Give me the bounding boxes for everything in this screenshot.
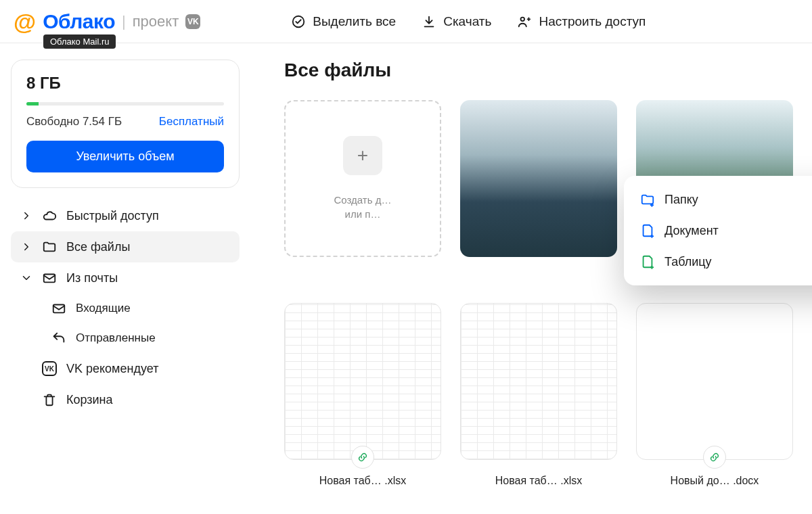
logo[interactable]: @ Облако | проект VK Облако Mail.ru bbox=[14, 10, 200, 33]
file-name: Новая таб… .xlsx bbox=[319, 475, 406, 487]
storage-total: 8 ГБ bbox=[26, 74, 224, 93]
storage-card: 8 ГБ Свободно 7.54 ГБ Бесплатный Увеличи… bbox=[11, 60, 240, 188]
nav-label: Из почты bbox=[66, 271, 118, 285]
menu-item-document[interactable]: Документ ⇧ T bbox=[628, 215, 812, 246]
nav-label: Отправленные bbox=[76, 331, 156, 345]
thumbnail-sheet bbox=[460, 303, 617, 460]
header-actions: Выделить все Скачать Настроить доступ bbox=[291, 14, 646, 29]
check-circle-icon bbox=[291, 14, 306, 29]
main-panel: Все файлы + Создать д… или п… Горное bbox=[250, 43, 812, 514]
download-button[interactable]: Скачать bbox=[422, 14, 491, 29]
download-icon bbox=[422, 14, 436, 29]
menu-label: Папку bbox=[664, 193, 698, 207]
create-menu: Папку ⇧ F Документ ⇧ T Таблицу ⇧ S bbox=[624, 176, 812, 285]
action-label: Настроить доступ bbox=[539, 14, 646, 29]
action-label: Скачать bbox=[443, 14, 491, 29]
logo-tooltip: Облако Mail.ru bbox=[43, 34, 116, 49]
sidebar-item-vkrec[interactable]: VK VK рекомендует bbox=[11, 353, 240, 384]
thumbnail-sheet bbox=[284, 303, 441, 460]
reply-icon bbox=[51, 331, 66, 346]
chevron-right-icon bbox=[20, 241, 32, 253]
hint-line1: Создать д… bbox=[334, 194, 392, 206]
svg-rect-2 bbox=[44, 275, 55, 283]
logo-at-icon: @ bbox=[14, 10, 36, 33]
folder-plus-icon bbox=[640, 192, 655, 207]
folder-icon bbox=[42, 239, 57, 254]
create-tile[interactable]: + Создать д… или п… bbox=[284, 100, 441, 284]
file-grid: + Создать д… или п… Горное озе… .jpg bbox=[284, 100, 798, 487]
file-name: Новая таб… .xlsx bbox=[495, 475, 582, 487]
menu-item-sheet[interactable]: Таблицу ⇧ S bbox=[628, 246, 812, 277]
nav-label: VK рекомендует bbox=[66, 362, 158, 376]
logo-text: Облако bbox=[43, 10, 115, 33]
plus-icon[interactable]: + bbox=[343, 136, 382, 175]
menu-label: Таблицу bbox=[664, 255, 712, 269]
sidebar-item-trash[interactable]: Корзина bbox=[11, 384, 240, 415]
file-tile[interactable] bbox=[460, 100, 617, 284]
thumbnail-doc bbox=[636, 303, 793, 460]
sidebar-item-inbox[interactable]: Входящие bbox=[42, 294, 240, 323]
upgrade-button[interactable]: Увеличить объем bbox=[26, 141, 224, 172]
nav-label: Корзина bbox=[66, 393, 113, 407]
mail-icon bbox=[42, 271, 57, 285]
menu-item-folder[interactable]: Папку ⇧ F bbox=[628, 184, 812, 215]
file-name: Новый до… .docx bbox=[671, 475, 759, 487]
file-tile[interactable]: Новая таб… .xlsx bbox=[284, 303, 441, 487]
header: @ Облако | проект VK Облако Mail.ru Выде… bbox=[0, 0, 812, 43]
storage-bar bbox=[26, 102, 224, 106]
share-people-icon bbox=[517, 14, 532, 29]
storage-fill bbox=[26, 102, 39, 106]
sidebar-item-quick[interactable]: Быстрый доступ bbox=[11, 200, 240, 231]
nav-label: Быстрый доступ bbox=[66, 209, 159, 223]
shared-link-icon bbox=[703, 446, 726, 469]
vk-badge-icon: VK bbox=[185, 14, 200, 29]
storage-plan-link[interactable]: Бесплатный bbox=[159, 115, 224, 128]
sidebar-item-sent[interactable]: Отправленные bbox=[42, 323, 240, 353]
chevron-down-icon bbox=[20, 272, 32, 284]
svg-rect-3 bbox=[53, 305, 65, 313]
svg-point-1 bbox=[521, 17, 525, 20]
sidebar-item-mail[interactable]: Из почты bbox=[11, 262, 240, 294]
cloud-icon bbox=[42, 208, 57, 223]
page-title: Все файлы bbox=[284, 60, 798, 81]
share-button[interactable]: Настроить доступ bbox=[517, 14, 646, 29]
mail-icon bbox=[51, 301, 66, 316]
vk-icon: VK bbox=[42, 361, 57, 376]
shared-link-icon bbox=[351, 446, 374, 469]
sheet-plus-icon bbox=[640, 254, 655, 269]
thumbnail-photo bbox=[460, 100, 617, 257]
file-tile[interactable]: Новая таб… .xlsx bbox=[460, 303, 617, 487]
separator: | bbox=[122, 13, 126, 30]
select-all-button[interactable]: Выделить все bbox=[291, 14, 396, 29]
action-label: Выделить все bbox=[313, 14, 396, 29]
menu-label: Документ bbox=[664, 224, 719, 238]
nav-label: Все файлы bbox=[66, 240, 130, 254]
chevron-right-icon bbox=[20, 210, 32, 222]
hint-line2: или п… bbox=[345, 208, 381, 220]
trash-icon bbox=[42, 392, 57, 407]
file-tile[interactable]: Новый до… .docx bbox=[636, 303, 793, 487]
storage-free: Свободно 7.54 ГБ bbox=[26, 115, 122, 128]
nav-label: Входящие bbox=[76, 302, 131, 315]
project-label: проект bbox=[133, 13, 179, 30]
sidebar: 8 ГБ Свободно 7.54 ГБ Бесплатный Увеличи… bbox=[0, 43, 250, 514]
document-plus-icon bbox=[640, 223, 655, 238]
sidebar-item-all[interactable]: Все файлы bbox=[11, 231, 240, 262]
